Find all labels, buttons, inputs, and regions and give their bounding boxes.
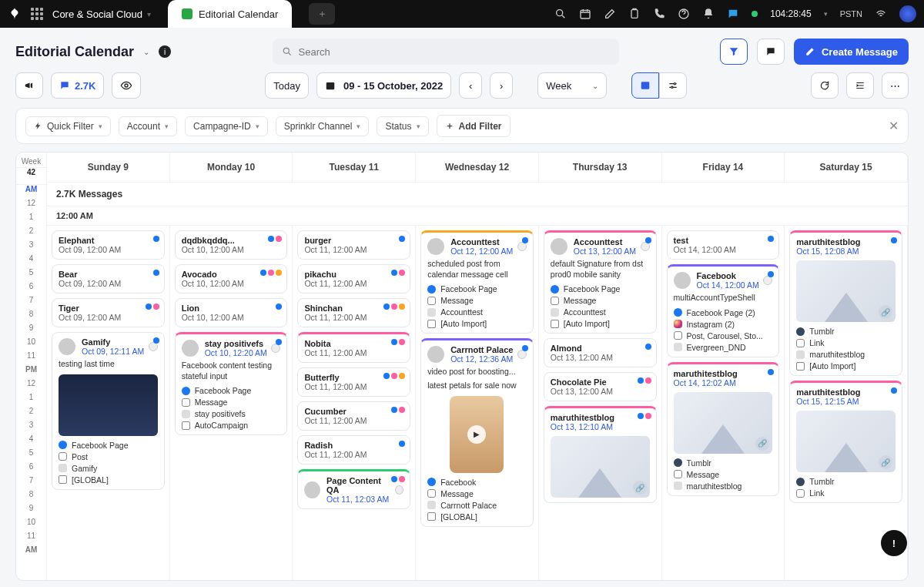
message-card[interactable]: stay positivefsOct 10, 12:20 AMFacebook … (175, 332, 288, 435)
search-input[interactable] (299, 46, 610, 58)
status-filter-chip[interactable]: Status▾ (377, 116, 428, 136)
card-date: Oct 13, 12:00 AM (551, 387, 613, 396)
message-card[interactable]: Page Content QAOct 11, 12:03 AM (297, 469, 410, 509)
card-description-2: latest petals for sale now (427, 381, 527, 391)
phone-icon[interactable] (653, 8, 665, 20)
campaign-filter-chip[interactable]: Campagne-ID▾ (185, 116, 268, 136)
card-description: Facebook content testing stateful input (182, 361, 281, 381)
message-card[interactable]: LionOct 10, 12:00 AM (175, 298, 288, 327)
message-card[interactable]: AvocadoOct 10, 12:00 AM (175, 264, 288, 294)
message-card[interactable]: GamifyOct 09, 12:11 AMtesting last timeF… (52, 332, 165, 490)
card-title: Page Content QA (326, 476, 392, 495)
search-icon[interactable] (554, 8, 567, 20)
chat-icon[interactable] (727, 8, 739, 20)
date-range-display[interactable]: 09 - 15 October, 2022 (316, 72, 451, 99)
timer-chevron[interactable]: ▾ (824, 10, 828, 18)
refresh-button[interactable] (811, 72, 839, 99)
visibility-button[interactable] (112, 72, 141, 99)
message-count-button[interactable]: 2.7K (51, 72, 104, 99)
message-card[interactable]: Chocolate PieOct 13, 12:00 AM (544, 372, 657, 401)
new-tab-button[interactable]: ＋ (309, 3, 335, 25)
close-filters-button[interactable]: ✕ (889, 119, 899, 133)
indent-button[interactable] (846, 72, 874, 99)
search-box[interactable] (273, 39, 619, 65)
am-label-2: AM (16, 545, 46, 559)
message-card[interactable]: pikachuOct 11, 12:00 AM (297, 264, 410, 294)
dot-icon (674, 343, 682, 351)
help-icon[interactable] (678, 8, 690, 20)
message-card[interactable]: dqdbkqddq...Oct 10, 12:00 AM (175, 230, 288, 260)
message-card[interactable]: CucumberOct 11, 12:00 AM (297, 401, 410, 431)
day-column: burgerOct 11, 12:00 AMpikachuOct 11, 12:… (293, 226, 416, 580)
message-card[interactable]: maruthitestblogOct 15, 12:15 AM🔗TumblrLi… (789, 381, 902, 503)
message-card[interactable]: FacebookOct 14, 12:00 AMmultiAccountType… (667, 264, 780, 357)
message-card[interactable]: TigerOct 09, 12:00 AM (52, 298, 165, 327)
user-avatar[interactable] (899, 5, 916, 22)
edit-icon[interactable] (604, 8, 616, 20)
announce-button[interactable] (15, 72, 43, 99)
quick-filter-chip[interactable]: Quick Filter▾ (25, 116, 111, 136)
prev-week-button[interactable]: ‹ (459, 72, 482, 99)
message-card[interactable]: maruthitestblogOct 15, 12:08 AM🔗TumblrLi… (789, 230, 902, 376)
day-header[interactable]: Saturday 15 (785, 153, 908, 182)
hour-label: 7 (16, 476, 46, 490)
megaphone-icon (24, 80, 35, 91)
card-date: Oct 14, 12:02 AM (674, 378, 738, 387)
eye-icon (120, 79, 132, 92)
message-card[interactable]: ElephantOct 09, 12:00 AM (52, 230, 165, 260)
alert-fab[interactable]: ! (881, 530, 907, 556)
day-header[interactable]: Thursday 13 (539, 153, 662, 182)
bell-icon[interactable] (702, 8, 715, 20)
video-thumbnail[interactable] (450, 396, 504, 473)
message-card[interactable]: ShinchanOct 11, 12:00 AM (297, 298, 410, 327)
info-icon[interactable]: i (159, 45, 171, 58)
title-dropdown-icon[interactable]: ⌄ (143, 48, 149, 56)
filter-toggle-button[interactable] (720, 39, 748, 65)
message-card[interactable]: ButterflyOct 11, 12:00 AM (297, 367, 410, 397)
message-card[interactable]: Carrnott PalaceOct 12, 12:36 AMvideo pos… (420, 338, 534, 526)
more-button[interactable]: ⋯ (882, 72, 909, 99)
message-card[interactable]: testOct 14, 12:00 AM (667, 230, 780, 260)
message-card[interactable]: AlmondOct 13, 12:00 AM (544, 338, 657, 367)
calendar-view-button[interactable] (631, 72, 659, 99)
auto-icon (182, 421, 190, 430)
comment-button[interactable] (757, 39, 785, 65)
settings-view-button[interactable] (659, 72, 687, 99)
active-tab[interactable]: Editorial Calendar (168, 0, 292, 28)
next-week-button[interactable]: › (490, 72, 513, 99)
message-card[interactable]: AccounttestOct 13, 12:00 AMdefault Signa… (544, 230, 657, 334)
clipboard-icon[interactable] (628, 8, 641, 20)
channel-dots (276, 304, 282, 310)
channel-dots (383, 304, 405, 310)
card-thumbnail: 🔗 (551, 436, 650, 498)
workspace-dropdown[interactable]: Core & Social Cloud ▾ (52, 8, 151, 20)
view-range-dropdown[interactable]: Week⌄ (537, 72, 607, 99)
meta-row: [GLOBAL] (427, 512, 527, 522)
message-card[interactable]: BearOct 09, 12:00 AM (52, 264, 165, 294)
create-message-button[interactable]: Create Message (794, 39, 909, 65)
card-description: multiAccountTypeShell (674, 293, 773, 304)
account-filter-chip[interactable]: Account▾ (119, 116, 177, 136)
indent-icon (855, 80, 865, 91)
today-button[interactable]: Today (265, 72, 309, 99)
link-icon: 🔗 (633, 481, 647, 495)
message-card[interactable]: AccounttestOct 12, 12:00 AMscheduled pos… (420, 230, 534, 334)
day-header[interactable]: Friday 14 (662, 153, 785, 182)
day-header[interactable]: Sunday 9 (47, 153, 170, 182)
add-filter-button[interactable]: ＋Add Filter (437, 115, 511, 137)
message-card[interactable]: RadishOct 11, 12:00 AM (297, 435, 410, 465)
message-card[interactable]: maruthitestblogOct 14, 12:02 AM🔗TumblrMe… (667, 362, 780, 496)
meta-row: maruthitestblog (674, 481, 773, 491)
app-launcher-icon[interactable] (31, 8, 43, 20)
day-header[interactable]: Tuesday 11 (293, 153, 416, 182)
channel-filter-chip[interactable]: Sprinklr Channel▾ (276, 116, 370, 136)
day-header[interactable]: Wednesday 12 (416, 153, 539, 182)
card-title: Accounttest (574, 237, 636, 247)
calendar-icon[interactable] (579, 8, 591, 20)
card-title: pikachu (304, 270, 367, 279)
message-card[interactable]: burgerOct 11, 12:00 AM (297, 230, 410, 260)
message-card[interactable]: maruthitestblogOct 13, 12:10 AM🔗 (544, 406, 657, 503)
meta-row: Facebook Page (2) (674, 308, 773, 317)
message-card[interactable]: NobitaOct 11, 12:00 AM (297, 332, 410, 363)
day-header[interactable]: Monday 10 (170, 153, 293, 182)
